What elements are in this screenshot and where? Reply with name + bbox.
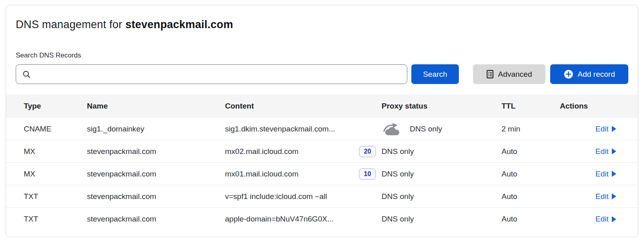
record-content: sig1.dkim.stevenpackmail.com... xyxy=(225,125,359,133)
record-ttl: Auto xyxy=(502,215,560,224)
edit-button[interactable]: Edit xyxy=(595,192,616,201)
edit-button[interactable]: Edit xyxy=(595,125,616,133)
edit-button[interactable]: Edit xyxy=(595,147,616,156)
right-triangle-icon xyxy=(612,148,616,154)
record-name: stevenpackmail.com xyxy=(87,170,225,178)
right-triangle-icon xyxy=(612,193,616,199)
priority-slot: 20 xyxy=(359,146,376,157)
proxy-status-text: DNS only xyxy=(382,147,414,156)
proxy-status-text: DNS only xyxy=(382,192,414,201)
priority-badge: 10 xyxy=(359,168,376,180)
page-title: DNS management for stevenpackmail.com xyxy=(6,18,638,31)
table-row: TXT stevenpackmail.com v=spf1 include:ic… xyxy=(6,185,638,208)
search-icon xyxy=(23,70,31,78)
right-triangle-icon xyxy=(612,171,616,177)
priority-slot xyxy=(359,191,376,202)
record-name: stevenpackmail.com xyxy=(87,215,225,224)
column-header-type: Type xyxy=(6,102,87,111)
table-row: MX stevenpackmail.com mx01.mail.icloud.c… xyxy=(6,163,638,185)
search-label: Search DNS Records xyxy=(6,51,638,59)
record-type: MX xyxy=(6,147,87,156)
advanced-button[interactable]: Advanced xyxy=(473,64,545,84)
add-record-button-label: Add record xyxy=(578,70,615,79)
column-header-actions: Actions xyxy=(560,102,638,111)
record-name: stevenpackmail.com xyxy=(87,192,225,201)
add-record-button[interactable]: Add record xyxy=(550,64,628,84)
search-box[interactable] xyxy=(16,64,407,84)
dns-management-card: DNS management for stevenpackmail.com Se… xyxy=(6,5,638,237)
record-type: TXT xyxy=(6,192,87,201)
record-actions: Edit xyxy=(560,170,638,178)
edit-button-label: Edit xyxy=(595,125,609,133)
advanced-button-label: Advanced xyxy=(498,70,532,79)
search-button[interactable]: Search xyxy=(411,64,459,84)
column-header-proxy-status: Proxy status xyxy=(359,102,502,111)
priority-badge: 20 xyxy=(359,146,376,157)
table-row: TXT stevenpackmail.com apple-domain=bNuV… xyxy=(6,208,638,230)
table-row: CNAME sig1._domainkey sig1.dkim.stevenpa… xyxy=(6,118,638,140)
record-proxy-cell: 20 DNS only xyxy=(359,146,502,157)
record-ttl: 2 min xyxy=(502,125,560,133)
table-header-row: Type Name Content Proxy status TTL Actio… xyxy=(6,94,638,118)
list-document-icon xyxy=(486,70,494,78)
plus-circle-icon xyxy=(564,69,574,79)
record-type: MX xyxy=(6,170,87,178)
record-content: apple-domain=bNuV47n6G0X... xyxy=(225,215,359,224)
page-title-domain: stevenpackmail.com xyxy=(125,18,233,31)
record-content: mx01.mail.icloud.com xyxy=(225,170,359,178)
dns-only-cloud-icon xyxy=(381,122,403,136)
record-ttl: Auto xyxy=(502,170,560,178)
record-actions: Edit xyxy=(560,215,638,224)
record-actions: Edit xyxy=(560,147,638,156)
column-header-ttl: TTL xyxy=(502,102,560,111)
edit-button[interactable]: Edit xyxy=(595,215,616,224)
record-name: stevenpackmail.com xyxy=(87,147,225,156)
record-actions: Edit xyxy=(560,125,638,133)
proxy-status-text: DNS only xyxy=(382,215,414,224)
priority-slot: 10 xyxy=(359,168,376,180)
edit-button-label: Edit xyxy=(595,147,609,156)
record-type: CNAME xyxy=(6,125,87,133)
table-row: MX stevenpackmail.com mx02.mail.icloud.c… xyxy=(6,140,638,163)
edit-button-label: Edit xyxy=(595,215,609,224)
edit-button-label: Edit xyxy=(595,170,609,178)
record-content: v=spf1 include:icloud.com ~all xyxy=(225,192,359,201)
record-proxy-cell: DNS only xyxy=(359,213,502,225)
record-ttl: Auto xyxy=(502,147,560,156)
dns-records-table: Type Name Content Proxy status TTL Actio… xyxy=(6,94,638,230)
proxy-status-text: DNS only xyxy=(382,170,414,178)
edit-button-label: Edit xyxy=(595,192,609,201)
right-triangle-icon xyxy=(612,216,616,222)
page-title-prefix: DNS management for xyxy=(16,18,125,31)
column-header-name: Name xyxy=(87,102,225,111)
column-header-content: Content xyxy=(225,102,359,111)
search-input[interactable] xyxy=(35,65,400,84)
proxy-status-text: DNS only xyxy=(410,125,442,133)
record-proxy-cell: DNS only xyxy=(359,122,502,136)
record-ttl: Auto xyxy=(502,192,560,201)
record-type: TXT xyxy=(6,215,87,224)
table-body: CNAME sig1._domainkey sig1.dkim.stevenpa… xyxy=(6,118,638,230)
record-actions: Edit xyxy=(560,192,638,201)
edit-button[interactable]: Edit xyxy=(595,170,616,178)
record-name: sig1._domainkey xyxy=(87,125,225,133)
priority-slot xyxy=(359,213,376,225)
right-triangle-icon xyxy=(612,126,616,132)
record-content: mx02.mail.icloud.com xyxy=(225,147,359,156)
record-proxy-cell: DNS only xyxy=(359,191,502,202)
search-toolbar: Search Advanced Add record xyxy=(6,64,638,84)
record-proxy-cell: 10 DNS only xyxy=(359,168,502,180)
